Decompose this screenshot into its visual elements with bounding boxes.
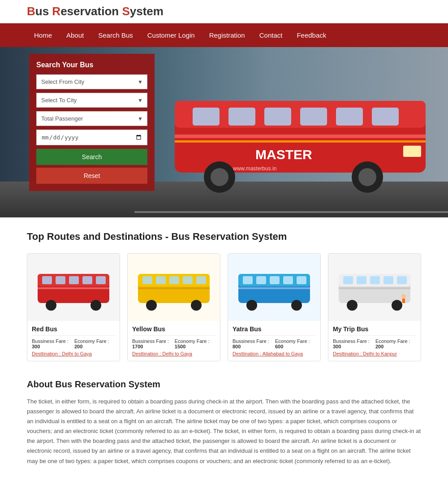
passenger-wrapper: Total Passenger ▼ bbox=[36, 111, 147, 126]
nav-customer-login[interactable]: Customer Login bbox=[140, 23, 202, 47]
svg-rect-42 bbox=[283, 276, 293, 284]
svg-rect-36 bbox=[138, 287, 210, 289]
yellow-bus-body: Yellow Bus Bussiness Fare : 1700 Economy… bbox=[128, 321, 220, 361]
svg-rect-50 bbox=[357, 276, 366, 284]
hero-road-line bbox=[134, 211, 448, 213]
about-text: The ticket, in either form, is required … bbox=[27, 397, 421, 466]
yatra-bus-image bbox=[228, 254, 320, 321]
yellow-bus-fares: Bussiness Fare : 1700 Economy Fare : 150… bbox=[132, 335, 215, 349]
nav-contact[interactable]: Contact bbox=[252, 23, 290, 47]
routes-title: Top Routes and Destinations - Bus Reserv… bbox=[27, 231, 421, 243]
svg-rect-4 bbox=[264, 108, 291, 126]
main-content: Top Routes and Destinations - Bus Reserv… bbox=[0, 217, 448, 480]
yellow-bus-name: Yellow Bus bbox=[132, 325, 215, 333]
mytrip-bus-name: My Trip Bus bbox=[333, 325, 416, 333]
svg-rect-21 bbox=[69, 276, 79, 284]
mytrip-bus-body: My Trip Bus Bussiness Fare : 300 Economy… bbox=[328, 321, 421, 361]
yatra-bus-fares: Bussiness Fare : 800 Economy Fare : 600 bbox=[233, 335, 316, 349]
mytrip-bus-bfares: Bussiness Fare : 300 bbox=[333, 338, 375, 349]
svg-rect-43 bbox=[297, 276, 306, 284]
svg-rect-33 bbox=[196, 276, 206, 284]
svg-rect-39 bbox=[243, 276, 253, 284]
nav-about[interactable]: About bbox=[59, 23, 91, 47]
svg-text:MASTER: MASTER bbox=[255, 147, 312, 162]
svg-rect-7 bbox=[372, 108, 399, 126]
svg-rect-26 bbox=[38, 287, 109, 289]
svg-point-44 bbox=[246, 300, 257, 311]
search-box-title: Search Your Bus bbox=[36, 61, 147, 69]
svg-point-34 bbox=[146, 300, 157, 311]
title-r: R bbox=[52, 4, 60, 18]
title-s: S bbox=[122, 4, 129, 18]
red-bus-name: Red Bus bbox=[32, 325, 115, 333]
svg-rect-32 bbox=[183, 276, 193, 284]
to-city-select[interactable]: Select To City bbox=[36, 93, 147, 108]
to-city-wrapper: Select To City ▼ bbox=[36, 93, 147, 108]
yatra-bus-body: Yatra Bus Bussiness Fare : 800 Economy F… bbox=[228, 321, 320, 361]
hero-section: MASTER www.masterbus.in Search Your Bus … bbox=[0, 47, 448, 217]
svg-point-57 bbox=[401, 294, 406, 299]
svg-rect-53 bbox=[397, 276, 407, 284]
red-bus-dest[interactable]: Desttination : Delhi to Gaya bbox=[32, 351, 115, 356]
passenger-select[interactable]: Total Passenger bbox=[36, 111, 147, 126]
svg-rect-8 bbox=[175, 134, 426, 138]
svg-rect-52 bbox=[383, 276, 393, 284]
date-input[interactable] bbox=[36, 130, 147, 145]
yatra-bus-efares: Economy Fare : 600 bbox=[275, 338, 316, 349]
svg-point-45 bbox=[291, 300, 302, 311]
svg-point-24 bbox=[46, 300, 56, 311]
svg-rect-41 bbox=[270, 276, 280, 284]
bus-card-mytrip: My Trip Bus Bussiness Fare : 300 Economy… bbox=[328, 253, 421, 361]
from-city-select[interactable]: Select From City bbox=[36, 74, 147, 89]
svg-point-54 bbox=[347, 300, 358, 311]
yellow-bus-svg bbox=[134, 263, 214, 312]
bus-card-red: Red Bus Bussiness Fare : 300 Economy Far… bbox=[27, 253, 120, 361]
svg-rect-9 bbox=[175, 140, 426, 143]
mytrip-bus-image bbox=[328, 254, 421, 321]
nav-home[interactable]: Home bbox=[27, 23, 59, 47]
mytrip-bus-dest[interactable]: Desttination : Delhi to Kanpur bbox=[333, 351, 416, 356]
svg-rect-46 bbox=[238, 287, 310, 289]
svg-rect-51 bbox=[370, 276, 380, 284]
red-bus-image bbox=[27, 254, 120, 321]
yatra-bus-svg bbox=[234, 263, 314, 312]
svg-point-55 bbox=[392, 300, 402, 311]
svg-point-35 bbox=[191, 300, 202, 311]
red-bus-body: Red Bus Bussiness Fare : 300 Economy Far… bbox=[27, 321, 120, 361]
yatra-bus-name: Yatra Bus bbox=[233, 325, 316, 333]
yellow-bus-efares: Economy Fare : 1500 bbox=[175, 338, 215, 349]
site-title: Bus Reservation System bbox=[27, 4, 164, 18]
hero-bus-svg: MASTER www.masterbus.in bbox=[166, 65, 435, 199]
svg-rect-6 bbox=[336, 108, 363, 126]
mytrip-bus-fares: Bussiness Fare : 300 Economy Fare : 200 bbox=[333, 335, 416, 349]
reset-button[interactable]: Reset bbox=[36, 168, 147, 184]
about-title: About Bus Reservation System bbox=[27, 379, 421, 390]
search-button[interactable]: Search bbox=[36, 149, 147, 165]
red-bus-bfares-label: Bussiness Fare : 300 bbox=[32, 338, 74, 349]
red-bus-efares-label: Economy Fare : 200 bbox=[74, 338, 115, 349]
yellow-bus-dest[interactable]: Desttination : Delhi to Gaya bbox=[132, 351, 215, 356]
mytrip-bus-efares: Economy Fare : 200 bbox=[375, 338, 416, 349]
yellow-bus-image bbox=[128, 254, 220, 321]
yatra-bus-dest[interactable]: Desttination : Allahabad to Gaya bbox=[233, 351, 316, 356]
red-bus-svg bbox=[33, 263, 114, 312]
title-b: B bbox=[27, 4, 35, 18]
yellow-bus-bfares: Bussiness Fare : 1700 bbox=[132, 338, 175, 349]
svg-rect-31 bbox=[169, 276, 179, 284]
nav-registration[interactable]: Registration bbox=[202, 23, 252, 47]
svg-rect-20 bbox=[56, 276, 65, 284]
bus-cards-grid: Red Bus Bussiness Fare : 300 Economy Far… bbox=[27, 253, 421, 361]
nav-feedback[interactable]: Feedback bbox=[289, 23, 333, 47]
search-box: Search Your Bus Select From City ▼ Selec… bbox=[29, 54, 155, 191]
bus-card-yatra: Yatra Bus Bussiness Fare : 800 Economy F… bbox=[228, 253, 321, 361]
from-city-wrapper: Select From City ▼ bbox=[36, 74, 147, 89]
site-header: Bus Reservation System bbox=[0, 0, 448, 23]
hero-bus-illustration: MASTER www.masterbus.in bbox=[166, 65, 435, 201]
navbar: Home About Search Bus Customer Login Reg… bbox=[0, 23, 448, 47]
svg-rect-23 bbox=[96, 276, 106, 284]
nav-search-bus[interactable]: Search Bus bbox=[91, 23, 140, 47]
red-bus-fares: Bussiness Fare : 300 Economy Fare : 200 bbox=[32, 335, 115, 349]
svg-rect-30 bbox=[156, 276, 166, 284]
svg-point-11 bbox=[211, 168, 228, 186]
svg-rect-19 bbox=[42, 276, 52, 284]
